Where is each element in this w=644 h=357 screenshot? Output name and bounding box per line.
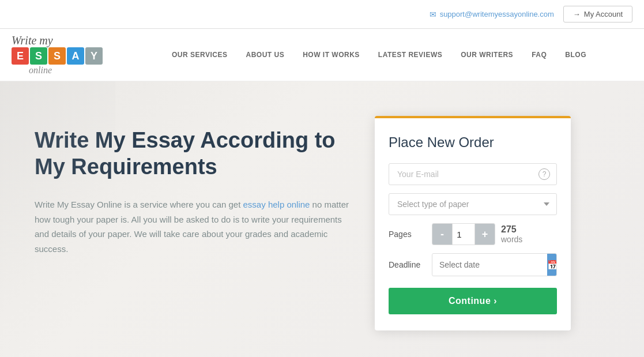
pages-stepper: - +: [432, 223, 495, 245]
topbar: ✉ support@writemyessayonline.com → My Ac…: [0, 0, 644, 29]
pages-label: Pages: [389, 230, 426, 239]
email-text: support@writemyessayonline.com: [440, 10, 554, 18]
nav-latest-reviews[interactable]: LATEST REVIEWS: [369, 35, 451, 75]
order-form-card: Place New Order ? Select type of paper E…: [375, 116, 571, 330]
login-icon: →: [573, 10, 581, 18]
nav-how-it-works[interactable]: HOW IT WORKS: [293, 35, 369, 75]
hero-description: Write My Essay Online is a service where…: [35, 197, 352, 256]
calendar-button[interactable]: 📅: [547, 254, 557, 276]
logo-letter-e: E: [12, 47, 29, 65]
deadline-input-wrap: 📅: [432, 253, 557, 276]
nav-blog[interactable]: BLOG: [556, 35, 596, 75]
help-icon[interactable]: ?: [538, 168, 550, 180]
nav-faq[interactable]: FAQ: [522, 35, 556, 75]
pages-decrement-button[interactable]: -: [432, 224, 452, 245]
logo-letter-s1: S: [30, 47, 47, 65]
deadline-label: Deadline: [389, 260, 426, 269]
words-count: 275: [501, 224, 517, 234]
header: Write my E S S A Y online OUR SERVICES A…: [0, 29, 644, 81]
my-account-button[interactable]: → My Account: [563, 6, 632, 22]
continue-button[interactable]: Continue ›: [389, 288, 557, 314]
paper-type-group: Select type of paper Essay Research Pape…: [389, 193, 557, 215]
pages-row: Pages - + 275 words: [389, 223, 557, 245]
email-input[interactable]: [389, 163, 557, 185]
nav-our-writers[interactable]: OUR WRITERS: [451, 35, 522, 75]
main-content: Write My Essay According to My Requireme…: [0, 81, 644, 354]
deadline-row: Deadline 📅: [389, 253, 557, 276]
words-info: 275 words: [501, 224, 522, 244]
nav-our-services[interactable]: OUR SERVICES: [163, 35, 236, 75]
calendar-icon: 📅: [547, 260, 557, 270]
logo-bottom-text: online: [29, 66, 52, 75]
logo-letter-s2: S: [48, 47, 66, 65]
order-card-inner: Place New Order ? Select type of paper E…: [375, 118, 571, 330]
main-nav: OUR SERVICES ABOUT US HOW IT WORKS LATES…: [126, 35, 632, 75]
email-icon: ✉: [430, 10, 436, 19]
hero-section: Write My Essay According to My Requireme…: [35, 116, 352, 256]
logo-letter-y: Y: [85, 47, 103, 65]
email-link[interactable]: ✉ support@writemyessayonline.com: [430, 10, 554, 19]
email-field-group: ?: [389, 163, 557, 185]
logo: Write my E S S A Y online: [12, 29, 103, 81]
words-label: words: [501, 235, 522, 244]
logo-letters: E S S A Y: [12, 47, 103, 65]
essay-help-link[interactable]: essay help online: [243, 200, 310, 209]
nav-about-us[interactable]: ABOUT US: [237, 35, 294, 75]
pages-value-input[interactable]: [452, 224, 475, 245]
pages-increment-button[interactable]: +: [475, 224, 495, 245]
logo-top-text: Write my: [12, 35, 53, 46]
order-form-title: Place New Order: [389, 134, 557, 151]
deadline-date-input[interactable]: [432, 254, 547, 275]
paper-type-select[interactable]: Select type of paper Essay Research Pape…: [389, 193, 557, 215]
logo-letter-a: A: [67, 47, 84, 65]
hero-title: Write My Essay According to My Requireme…: [35, 127, 352, 180]
